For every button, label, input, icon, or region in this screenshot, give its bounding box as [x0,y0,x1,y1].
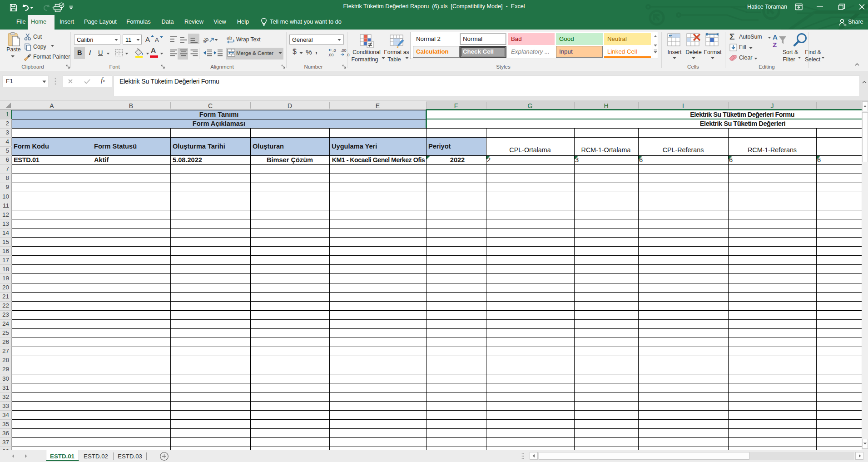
svg-text:.00: .00 [341,48,347,53]
svg-text:.0: .0 [346,53,350,57]
svg-text:ab: ab [203,36,210,45]
svg-text:.0: .0 [332,48,336,53]
svg-text:Z: Z [773,41,777,49]
svg-text:.00: .00 [328,53,334,57]
svg-text:A: A [773,33,778,41]
svg-text:ab: ab [227,35,232,40]
